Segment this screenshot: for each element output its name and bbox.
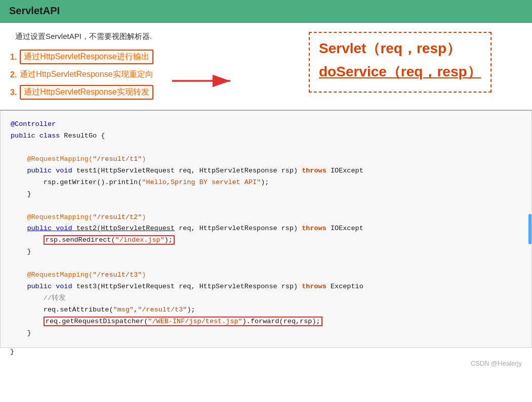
- item-3-label: 通过HttpServletResponse实现转发: [20, 85, 153, 100]
- item-2-num: 2.: [10, 70, 17, 79]
- arrow-right-icon: [172, 68, 238, 94]
- code-line-11: @RequestMapping("/result/t3"): [11, 270, 521, 281]
- code-line-16: }: [11, 328, 521, 339]
- list-item-1: 1. 通过HttpServletResponse进行输出: [10, 50, 294, 64]
- item-1-label: 通过HttpServletResponse进行输出: [20, 50, 153, 64]
- code-line-8: public void test2(HttpServletRequest req…: [11, 223, 521, 235]
- code-line-1: @Controller: [11, 119, 521, 130]
- code-line-5: rsp.getWriter().println("Hello,Spring BY…: [11, 177, 521, 189]
- item-3-num: 3.: [10, 88, 17, 97]
- item-2-label: 通过HttpServletResponse实现重定向: [20, 69, 153, 80]
- right-section: Servlet（req，resp） doService（req，resp）: [304, 32, 522, 105]
- code-block: @Controller public class ResultGo { @Req…: [0, 110, 532, 348]
- code-line-blank-3: [11, 258, 521, 270]
- footer: CSDN @Healerjy: [0, 355, 532, 371]
- code-line-3: @RequestMapping("/result/t1"): [11, 154, 521, 165]
- code-line-10: }: [11, 246, 521, 258]
- diagram-line2: doService（req，resp）: [319, 62, 481, 81]
- code-line-4: public void test1(HttpServletRequest req…: [11, 165, 521, 177]
- scrollbar[interactable]: [528, 214, 531, 244]
- title-text: ServletAPI: [9, 5, 60, 16]
- code-line-15: req.getRequestDispatcher("/WEB-INF/jsp/t…: [11, 316, 521, 328]
- closing-brace: }: [0, 348, 532, 355]
- list-item-2: 2. 通过HttpServletResponse实现重定向: [10, 69, 294, 80]
- footer-text: CSDN @Healerjy: [471, 360, 522, 367]
- code-line-blank-2: [11, 200, 521, 212]
- list-item-3: 3. 通过HttpServletResponse实现转发: [10, 85, 294, 100]
- code-line-6: }: [11, 189, 521, 200]
- intro-text: 通过设置ServletAPI，不需要视图解析器.: [10, 32, 294, 41]
- page-title: ServletAPI: [0, 0, 532, 23]
- code-line-9: rsp.sendRedirect("/index.jsp");: [11, 235, 521, 246]
- code-line-2: public class ResultGo {: [11, 130, 521, 142]
- left-section: 通过设置ServletAPI，不需要视图解析器. 1. 通过HttpServle…: [10, 32, 294, 105]
- diagram-line1: Servlet（req，resp）: [319, 39, 481, 58]
- diagram-box: Servlet（req，resp） doService（req，resp）: [309, 32, 492, 93]
- item-1-num: 1.: [10, 53, 17, 62]
- code-line-blank-1: [11, 142, 521, 154]
- code-line-14: req.setAttribute("msg","/result/t3");: [11, 304, 521, 316]
- code-line-7: @RequestMapping("/result/t2"): [11, 212, 521, 224]
- code-line-12: public void test3(HttpServletRequest req…: [11, 281, 521, 293]
- code-line-13: //转发: [11, 293, 521, 304]
